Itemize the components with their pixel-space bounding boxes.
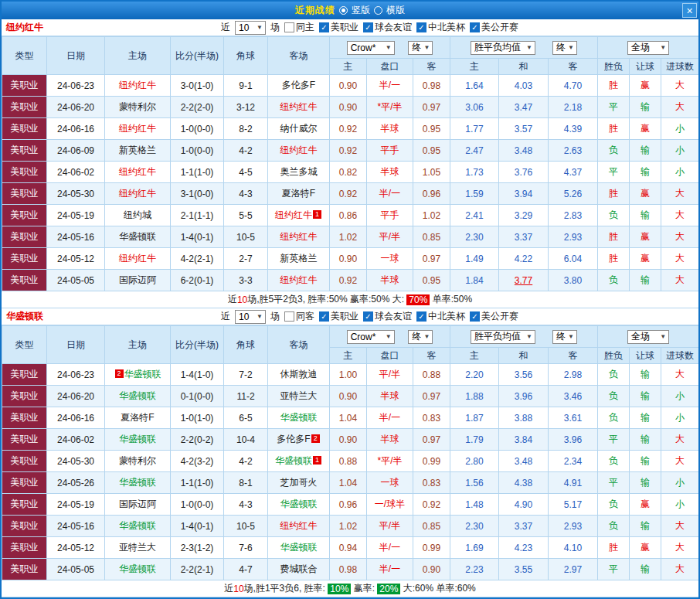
euro-odds-cell: 1.49 — [450, 248, 499, 270]
euro-average-select[interactable]: 胜平负均值▼ — [471, 41, 535, 55]
euro-odds-cell: 2.18 — [549, 97, 598, 118]
date-cell: 24-05-12 — [47, 248, 105, 270]
checkbox[interactable]: ✓ — [470, 311, 480, 322]
radio-vertical-layout[interactable] — [339, 6, 348, 15]
checkbox[interactable] — [284, 22, 294, 32]
away-team-cell: 多伦多F — [268, 75, 330, 97]
date-cell: 24-05-16 — [47, 226, 105, 248]
goals-result-cell: 大 — [661, 364, 699, 386]
filter-同主[interactable]: 同主 — [284, 21, 314, 34]
filter-美公开赛[interactable]: ✓美公开赛 — [470, 21, 518, 34]
date-cell: 24-05-16 — [47, 516, 105, 537]
checkbox-label: 中北美杯 — [428, 310, 465, 323]
result-cell: 胜 — [598, 537, 630, 559]
match-row: 美职业24-06-09新英格兰1-0(0-0)4-2纽约红牛0.92平手0.95… — [2, 140, 699, 162]
match-row: 美职业24-05-19纽约城2-1(1-1)5-5纽约红牛10.86平手1.02… — [2, 205, 699, 226]
filters: 近10▼场同主✓美职业✓球会友谊✓中北美杯✓美公开赛 — [221, 21, 518, 35]
league-cell: 美职业 — [2, 559, 47, 580]
euro-odds-cell: 1.88 — [450, 386, 499, 407]
filter-美公开赛[interactable]: ✓美公开赛 — [470, 310, 518, 323]
euro-odds-cell: 3.57 — [499, 118, 549, 140]
team-name: 华盛顿联 — [280, 499, 318, 509]
odds-company-select[interactable]: Crow*▼ — [347, 330, 395, 344]
column-header: 比分(半场) — [171, 37, 224, 75]
corner-cell: 4-3 — [224, 494, 268, 516]
handicap-cell: 一/球半 — [367, 494, 413, 516]
filter-美职业[interactable]: ✓美职业 — [319, 310, 358, 323]
radio-horizontal-layout[interactable] — [374, 6, 382, 15]
filter-同客[interactable]: 同客 — [284, 310, 314, 323]
sub-column-header: 盘口 — [367, 348, 413, 364]
chevron-down-icon: ▼ — [660, 334, 666, 340]
filter-球会友谊[interactable]: ✓球会友谊 — [363, 310, 412, 323]
home-team-cell: 夏洛特F — [105, 407, 171, 429]
euro-odds-cell: 3.46 — [549, 386, 598, 407]
odds-company-select[interactable]: Crow*▼ — [347, 41, 395, 55]
score-cell: 1-0(0-0) — [171, 118, 224, 140]
chevron-down-icon: ▼ — [386, 334, 392, 340]
filter-中北美杯[interactable]: ✓中北美杯 — [416, 21, 465, 34]
euro-odds-cell: 2.98 — [549, 364, 598, 386]
euro-odds-cell: 2.93 — [549, 516, 598, 537]
handicap-cell: 半/一 — [367, 407, 413, 429]
checkbox[interactable] — [284, 311, 294, 322]
crown-away-odds-cell: 0.83 — [413, 472, 450, 494]
crown-away-odds-cell: 0.98 — [413, 75, 450, 97]
team-name: 芝加哥火 — [280, 477, 318, 488]
checkbox[interactable]: ✓ — [416, 22, 426, 32]
euro-odds-cell: 5.26 — [549, 183, 598, 205]
score-cell: 1-1(1-0) — [171, 472, 224, 494]
games-count-select[interactable]: 10▼ — [235, 21, 266, 35]
match-row: 美职业24-05-16华盛顿联1-4(0-1)10-5纽约红牛1.02平/半0.… — [2, 226, 699, 248]
euro-odds-cell: 2.97 — [549, 559, 598, 580]
handicap-result-cell: 输 — [630, 364, 661, 386]
crown-away-odds-cell: 0.97 — [413, 248, 450, 270]
team-name: 华盛顿联 — [119, 434, 156, 444]
final-odds-select[interactable]: 终▼ — [408, 41, 433, 55]
crown-odds-group: Crow*▼终▼ — [330, 37, 450, 59]
handicap-result-cell: 输 — [630, 270, 661, 291]
filter-美职业[interactable]: ✓美职业 — [319, 21, 358, 34]
score-cell: 3-0(1-0) — [171, 75, 224, 97]
checkbox[interactable]: ✓ — [470, 22, 480, 32]
checkbox[interactable]: ✓ — [416, 311, 426, 322]
dialog-title: 近期战绩 — [295, 4, 335, 17]
euro-odds-cell: 3.48 — [499, 451, 549, 472]
crown-home-odds-cell: 0.90 — [330, 429, 367, 451]
euro-odds-cell: 2.23 — [450, 559, 499, 580]
corner-cell: 10-5 — [224, 226, 268, 248]
team-name: 蒙特利尔 — [119, 455, 156, 466]
euro-odds-cell: 2.30 — [450, 226, 499, 248]
games-count-select[interactable]: 10▼ — [235, 310, 266, 324]
euro-odds-cell: 4.22 — [499, 248, 549, 270]
checkbox[interactable]: ✓ — [319, 22, 329, 32]
final-odds-select[interactable]: 终▼ — [408, 330, 433, 344]
handicap-cell: 半球 — [367, 118, 413, 140]
checkbox-label: 美公开赛 — [481, 21, 518, 34]
date-cell: 24-06-16 — [47, 407, 105, 429]
result-cell: 平 — [598, 429, 630, 451]
result-cell: 胜 — [598, 248, 630, 270]
checkbox[interactable]: ✓ — [363, 311, 373, 322]
euro-odds-cell: 1.64 — [450, 75, 499, 97]
checkbox[interactable]: ✓ — [363, 22, 373, 32]
filter-球会友谊[interactable]: ✓球会友谊 — [363, 21, 412, 34]
filter-中北美杯[interactable]: ✓中北美杯 — [416, 310, 465, 323]
euro-odds-cell: 1.69 — [450, 537, 499, 559]
fulltime-select[interactable]: 全场▼ — [627, 330, 669, 344]
date-cell: 24-06-16 — [47, 118, 105, 140]
euro-odds-cell: 4.23 — [499, 537, 549, 559]
result-cell: 负 — [598, 516, 630, 537]
crown-away-odds-cell: 0.96 — [413, 183, 450, 205]
final-odds-select[interactable]: 终▼ — [552, 41, 577, 55]
corner-cell: 8-1 — [224, 472, 268, 494]
close-icon[interactable]: × — [682, 3, 697, 18]
match-row: 美职业24-06-02纽约红牛1-1(1-0)4-5奥兰多城0.82半球1.05… — [2, 162, 699, 183]
crown-home-odds-cell: 0.90 — [330, 248, 367, 270]
goals-result-cell: 小 — [661, 386, 699, 407]
checkbox[interactable]: ✓ — [319, 311, 329, 322]
fulltime-select[interactable]: 全场▼ — [627, 41, 669, 55]
final-odds-select[interactable]: 终▼ — [552, 330, 577, 344]
euro-average-select[interactable]: 胜平负均值▼ — [471, 330, 535, 344]
league-cell: 美职业 — [2, 494, 47, 516]
